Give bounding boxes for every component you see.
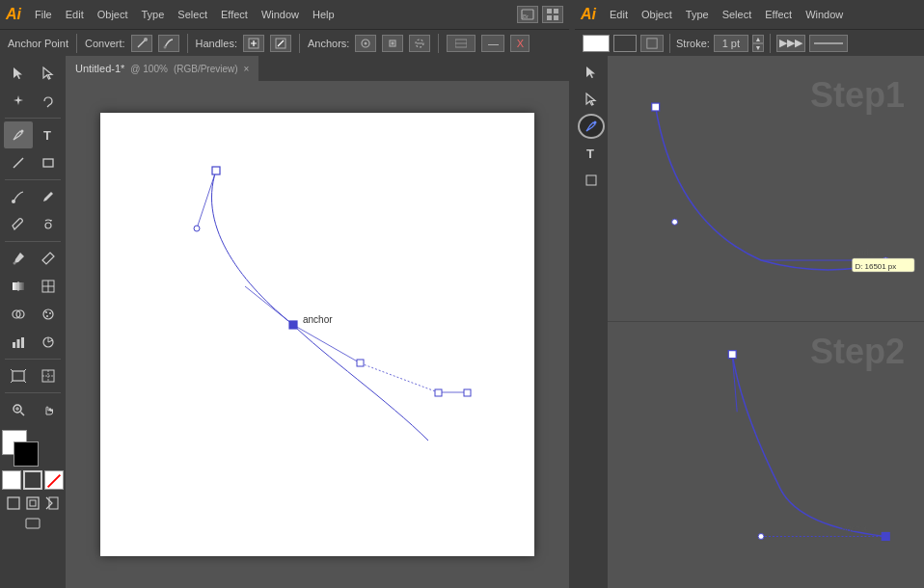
menu-object[interactable]: Object xyxy=(92,7,134,22)
normal-mode[interactable] xyxy=(5,494,22,512)
gradient-tool[interactable] xyxy=(4,273,33,300)
rectangle-tool[interactable] xyxy=(34,149,63,176)
bridge-icon[interactable]: Br xyxy=(517,6,538,23)
right-menu-type[interactable]: Type xyxy=(680,7,715,22)
menu-help[interactable]: Help xyxy=(307,7,340,22)
options-extra-1[interactable] xyxy=(447,35,476,52)
right-direct-selection-tool[interactable] xyxy=(578,87,605,112)
svg-rect-51 xyxy=(357,360,364,366)
stroke-box[interactable] xyxy=(23,470,42,490)
anchors-btn-3[interactable] xyxy=(409,35,430,52)
type-tool[interactable]: T xyxy=(34,121,63,148)
menu-edit[interactable]: Edit xyxy=(60,7,90,22)
svg-text:anchor: anchor xyxy=(303,314,333,325)
symbol-sprayer-tool[interactable] xyxy=(34,301,63,328)
stroke-more-btn[interactable]: ▶▶▶ xyxy=(776,35,805,52)
options-extra-3[interactable]: X xyxy=(510,35,530,52)
stroke-up-arrow[interactable]: ▲ xyxy=(752,35,764,43)
eyedropper-tool[interactable] xyxy=(4,245,33,272)
color-boxes[interactable] xyxy=(2,430,39,467)
stroke-value-input[interactable] xyxy=(714,35,748,52)
anchors-btn-1[interactable] xyxy=(355,35,376,52)
pie-graph-tool[interactable] xyxy=(34,329,63,356)
hand-tool[interactable] xyxy=(34,396,63,423)
right-color-swatch-dark[interactable] xyxy=(613,35,637,52)
right-canvas: Step1 handle xyxy=(608,56,924,588)
rotate-tool[interactable] xyxy=(34,211,63,238)
document-tab[interactable]: Untitled-1* @ 100% (RGB/Preview) × xyxy=(66,56,259,81)
svg-point-49 xyxy=(194,226,200,231)
grid-icon[interactable] xyxy=(542,6,563,23)
right-pen-tool[interactable] xyxy=(578,114,605,139)
tab-colormode: (RGB/Preview) xyxy=(174,64,238,74)
options-extra-2[interactable]: — xyxy=(481,35,504,52)
left-ai-logo: Ai xyxy=(6,6,21,23)
none-box[interactable] xyxy=(44,470,64,490)
menu-select[interactable]: Select xyxy=(172,7,213,22)
screen-mode[interactable] xyxy=(18,515,47,532)
paintbrush-tool[interactable] xyxy=(4,183,33,210)
shape-builder-tool[interactable] xyxy=(4,301,33,328)
mesh-tool[interactable] xyxy=(34,273,63,300)
selection-tool[interactable] xyxy=(4,60,33,87)
eraser-tool[interactable] xyxy=(4,211,33,238)
handles-btn-1[interactable] xyxy=(243,35,264,52)
fill-box[interactable] xyxy=(2,470,21,490)
pen-tool[interactable] xyxy=(4,121,33,148)
left-optionsbar: Anchor Point Convert: Handles: An xyxy=(0,29,569,56)
line-tool[interactable] xyxy=(4,149,33,176)
svg-point-7 xyxy=(163,45,166,48)
toolbar-divider-1 xyxy=(5,118,61,119)
draw-inside-mode[interactable] xyxy=(24,494,41,512)
right-menu-edit[interactable]: Edit xyxy=(604,7,634,22)
draw-behind-mode[interactable] xyxy=(43,494,61,512)
zoom-tool[interactable] xyxy=(4,396,33,423)
svg-text:anchor: anchor xyxy=(842,523,868,533)
svg-text:T: T xyxy=(586,147,594,161)
menu-file[interactable]: File xyxy=(29,7,58,22)
svg-rect-52 xyxy=(435,389,442,396)
column-graph-tool[interactable] xyxy=(4,329,33,356)
tab-close-btn[interactable]: × xyxy=(244,64,250,74)
artboard-tool[interactable] xyxy=(4,362,33,389)
svg-point-21 xyxy=(45,223,51,228)
right-menu-window[interactable]: Window xyxy=(800,7,849,22)
slice-tool[interactable] xyxy=(34,362,63,389)
right-menu-object[interactable]: Object xyxy=(636,7,678,22)
direct-selection-tool[interactable] xyxy=(34,60,63,87)
convert-btn-2[interactable] xyxy=(158,35,179,52)
svg-rect-69 xyxy=(882,533,889,541)
pencil-tool[interactable] xyxy=(34,183,63,210)
lasso-tool[interactable] xyxy=(34,88,63,115)
right-panel: Ai Edit Object Type Select Effect Window… xyxy=(575,0,924,588)
stroke-arrows[interactable]: ▲ ▼ xyxy=(752,35,764,52)
handles-btn-2[interactable] xyxy=(270,35,291,52)
right-type-tool[interactable]: T xyxy=(578,141,605,166)
right-color-swatch-white[interactable] xyxy=(583,35,610,52)
tab-bar: Untitled-1* @ 100% (RGB/Preview) × xyxy=(66,56,569,81)
menu-effect[interactable]: Effect xyxy=(215,7,254,22)
stroke-down-arrow[interactable]: ▼ xyxy=(752,43,764,52)
step1-area: Step1 handle xyxy=(608,56,924,322)
anchors-btn-2[interactable] xyxy=(382,35,403,52)
svg-point-28 xyxy=(45,311,47,313)
canvas-area[interactable]: anchor xyxy=(66,81,569,588)
menu-type[interactable]: Type xyxy=(136,7,171,22)
convert-btn-1[interactable] xyxy=(131,35,152,52)
svg-rect-58 xyxy=(586,175,596,185)
options-extra-2-label: — xyxy=(488,38,499,49)
right-menu-effect[interactable]: Effect xyxy=(759,7,798,22)
magic-wand-tool[interactable] xyxy=(4,88,33,115)
measure-tool[interactable] xyxy=(34,245,63,272)
options-divider-3 xyxy=(299,34,300,53)
right-options-btn-1[interactable] xyxy=(640,35,664,52)
tab-zoom: @ 100% xyxy=(130,64,168,74)
step2-area: Step2 anch xyxy=(608,322,924,588)
right-selection-tool[interactable] xyxy=(578,60,605,85)
svg-rect-55 xyxy=(647,38,657,47)
menu-window[interactable]: Window xyxy=(256,7,305,22)
background-color[interactable] xyxy=(14,441,39,467)
right-small-btn[interactable] xyxy=(578,168,605,193)
artboard: anchor xyxy=(100,113,534,556)
right-menu-select[interactable]: Select xyxy=(717,7,758,22)
